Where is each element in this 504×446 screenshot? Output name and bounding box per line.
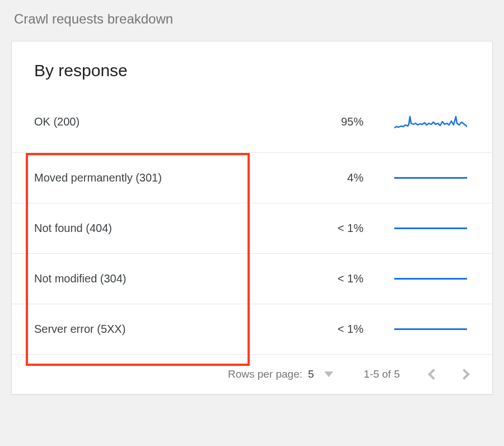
rows-per-page-value: 5 xyxy=(308,368,314,380)
rows-per-page-label: Rows per page: xyxy=(228,368,302,380)
row-percent: 95% xyxy=(285,115,363,128)
row-percent: 4% xyxy=(285,171,363,184)
chevron-left-icon xyxy=(428,369,439,380)
table-row[interactable]: OK (200) 95% xyxy=(12,97,492,153)
rows-container: OK (200) 95% Moved permanently (301) 4% … xyxy=(12,97,492,355)
row-label: Moved permanently (301) xyxy=(34,171,285,184)
table-row[interactable]: Not found (404) < 1% xyxy=(12,203,492,254)
sparkline-chart-icon xyxy=(394,111,467,133)
pagination-bar: Rows per page: 5 1-5 of 5 xyxy=(12,355,492,394)
sparkline xyxy=(391,111,470,133)
chevron-right-icon xyxy=(459,369,470,380)
table-row[interactable]: Server error (5XX) < 1% xyxy=(12,304,492,355)
card-title: By response xyxy=(34,61,470,80)
row-percent: < 1% xyxy=(285,272,363,285)
page-range: 1-5 of 5 xyxy=(364,368,400,380)
flatline-icon xyxy=(394,177,467,179)
row-label: OK (200) xyxy=(34,115,285,128)
flatline-icon xyxy=(394,328,467,330)
row-label: Server error (5XX) xyxy=(34,323,285,336)
prev-page-button[interactable] xyxy=(425,366,442,383)
next-page-button[interactable] xyxy=(456,366,473,383)
flatline-icon xyxy=(394,227,467,229)
sparkline xyxy=(391,278,470,280)
row-percent: < 1% xyxy=(285,222,363,235)
table-row[interactable]: Moved permanently (301) 4% xyxy=(12,153,492,203)
row-label: Not found (404) xyxy=(34,222,285,235)
card-header: By response xyxy=(12,41,492,97)
sparkline xyxy=(391,177,470,179)
sparkline xyxy=(391,328,470,330)
row-label: Not modified (304) xyxy=(34,272,285,285)
page-title: Crawl requests breakdown xyxy=(14,11,493,27)
table-row[interactable]: Not modified (304) < 1% xyxy=(12,254,492,304)
dropdown-icon xyxy=(324,371,333,377)
response-breakdown-card: By response OK (200) 95% Moved permanent… xyxy=(11,41,493,394)
row-percent: < 1% xyxy=(285,323,363,336)
rows-per-page-selector[interactable]: Rows per page: 5 xyxy=(228,368,333,380)
sparkline xyxy=(391,227,470,229)
flatline-icon xyxy=(394,278,467,280)
